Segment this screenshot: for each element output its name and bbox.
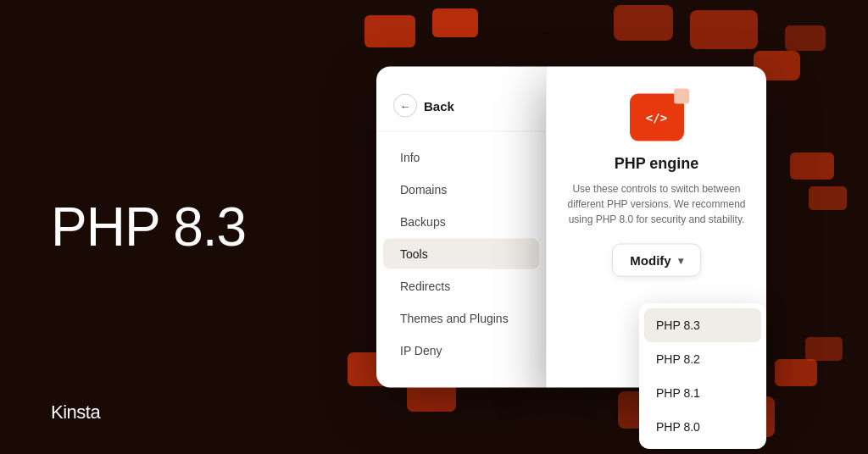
- content-title: PHP engine: [615, 155, 699, 173]
- sidebar-item-info[interactable]: Info: [383, 142, 539, 173]
- back-label: Back: [424, 98, 454, 113]
- back-button[interactable]: ← Back: [376, 87, 546, 132]
- dropdown-item-php83[interactable]: PHP 8.3: [644, 308, 761, 342]
- sidebar-item-backups[interactable]: Backups: [383, 207, 539, 237]
- php-icon-text: </>: [646, 111, 667, 125]
- sidebar-item-tools[interactable]: Tools: [383, 239, 539, 269]
- dropdown-item-php80[interactable]: PHP 8.0: [639, 410, 766, 444]
- back-arrow-icon: ←: [393, 94, 417, 118]
- version-dropdown: PHP 8.3 PHP 8.2 PHP 8.1 PHP 8.0: [639, 303, 766, 449]
- chevron-down-icon: ▾: [678, 254, 683, 266]
- content-description: Use these controls to switch between dif…: [567, 181, 746, 227]
- dropdown-item-php82[interactable]: PHP 8.2: [639, 342, 766, 376]
- kinsta-logo: Kinsta: [51, 401, 100, 424]
- left-section: PHP 8.3: [51, 200, 246, 254]
- modify-button-label: Modify: [630, 253, 670, 268]
- sidebar-item-ip-deny[interactable]: IP Deny: [383, 335, 539, 366]
- modify-button[interactable]: Modify ▾: [612, 244, 700, 277]
- page-title: PHP 8.3: [51, 200, 246, 254]
- php-icon: </>: [630, 94, 684, 141]
- sidebar-panel: ← Back Info Domains Backups Tools Redire…: [376, 67, 546, 388]
- dropdown-item-php81[interactable]: PHP 8.1: [639, 376, 766, 410]
- sidebar-item-themes-plugins[interactable]: Themes and Plugins: [383, 303, 539, 334]
- sidebar-item-redirects[interactable]: Redirects: [383, 271, 539, 302]
- sidebar-item-domains[interactable]: Domains: [383, 174, 539, 205]
